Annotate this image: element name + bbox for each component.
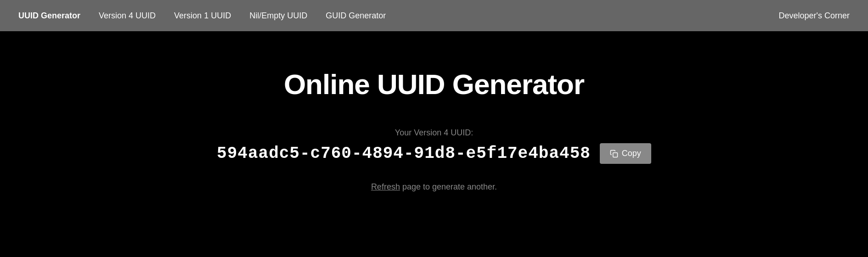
nav-link-guid[interactable]: GUID Generator	[326, 11, 386, 21]
main-content: Online UUID Generator Your Version 4 UUI…	[0, 31, 868, 257]
top-nav: UUID Generator Version 4 UUID Version 1 …	[0, 0, 868, 31]
uuid-label: Your Version 4 UUID:	[395, 128, 473, 138]
copy-button-label: Copy	[622, 149, 641, 158]
uuid-row: 594aadc5-c760-4894-91d8-e5f17e4ba458 Cop…	[217, 143, 651, 164]
refresh-suffix: page to generate another.	[402, 182, 497, 191]
page-title: Online UUID Generator	[284, 68, 584, 101]
nav-brand[interactable]: UUID Generator	[18, 11, 80, 21]
copy-button[interactable]: Copy	[600, 143, 651, 164]
nav-link-nil-empty[interactable]: Nil/Empty UUID	[249, 11, 307, 21]
nav-left: UUID Generator Version 4 UUID Version 1 …	[18, 11, 778, 21]
copy-icon	[610, 150, 618, 158]
refresh-link[interactable]: Refresh	[371, 182, 400, 191]
nav-developers-corner[interactable]: Developer's Corner	[778, 11, 850, 21]
uuid-value: 594aadc5-c760-4894-91d8-e5f17e4ba458	[217, 144, 591, 163]
svg-rect-0	[613, 152, 618, 157]
refresh-row: Refresh page to generate another.	[371, 182, 497, 192]
nav-link-version4[interactable]: Version 4 UUID	[99, 11, 156, 21]
nav-link-version1[interactable]: Version 1 UUID	[174, 11, 231, 21]
